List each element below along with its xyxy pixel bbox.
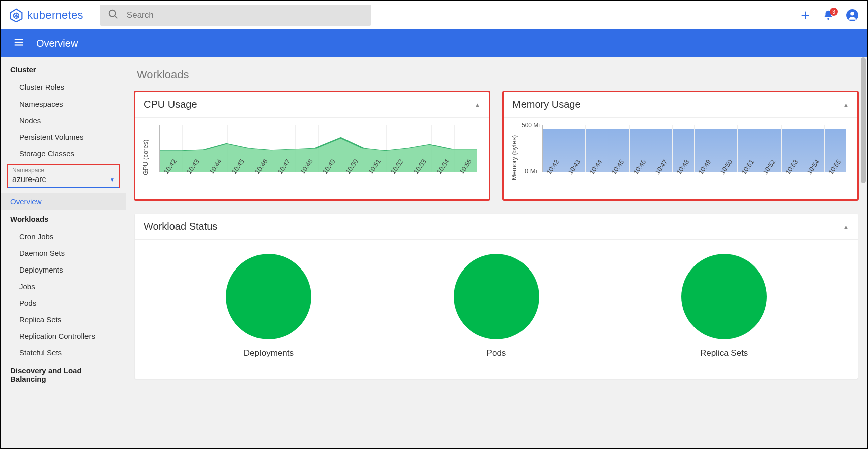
search-box[interactable] (100, 5, 371, 26)
sidebar-item-namespaces[interactable]: Namespaces (1, 96, 126, 112)
sidebar-item-overview[interactable]: Overview (1, 193, 126, 210)
cpu-y-axis-label: CPU (cores) (142, 125, 149, 191)
main-content: Workloads CPU Usage ▲ CPU (cores) 0 (126, 57, 867, 448)
search-input[interactable] (127, 10, 363, 20)
sidebar-item-stateful-sets[interactable]: Stateful Sets (1, 344, 126, 361)
chevron-down-icon: ▼ (110, 177, 115, 183)
search-icon (108, 9, 119, 22)
page-title: Workloads (137, 68, 858, 81)
scrollbar-thumb[interactable] (861, 57, 866, 183)
namespace-selector[interactable]: Namespace azure-arc ▼ (7, 164, 120, 188)
sidebar-item-persistent-volumes[interactable]: Persistent Volumes (1, 129, 126, 145)
status-circle-pods (454, 254, 539, 339)
page-title-bluebar: Overview (36, 38, 78, 49)
sidebar-item-jobs[interactable]: Jobs (1, 278, 126, 295)
sidebar-item-pods[interactable]: Pods (1, 295, 126, 311)
sidebar-heading-discovery[interactable]: Discovery and Load Balancing (1, 361, 126, 388)
status-deployments: Deployments (226, 254, 311, 358)
notification-badge: 3 (830, 8, 838, 16)
create-button[interactable] (800, 10, 811, 21)
status-circle-replica-sets (681, 254, 767, 339)
workload-status-title: Workload Status (144, 221, 217, 232)
sidebar-item-daemon-sets[interactable]: Daemon Sets (1, 245, 126, 261)
memory-y-tick-bottom: 0 Mi (525, 167, 537, 175)
svg-point-12 (827, 18, 829, 20)
status-circle-deployments (226, 254, 311, 339)
collapse-icon[interactable]: ▲ (843, 102, 849, 108)
sidebar-item-cluster-roles[interactable]: Cluster Roles (1, 79, 126, 96)
sidebar-heading-workloads[interactable]: Workloads (1, 210, 126, 228)
menu-toggle-button[interactable] (13, 37, 24, 50)
sidebar-item-storage-classes[interactable]: Storage Classes (1, 145, 126, 162)
workload-status-card: Workload Status ▲ Deployments Pods Repli… (135, 214, 858, 379)
collapse-icon[interactable]: ▲ (843, 224, 849, 230)
svg-line-9 (115, 16, 118, 19)
namespace-selector-value: azure-arc (12, 175, 46, 184)
sidebar-item-replica-sets[interactable]: Replica Sets (1, 311, 126, 328)
namespace-selector-label: Namespace (12, 167, 115, 174)
svg-point-8 (109, 10, 116, 17)
kubernetes-logo-icon (9, 8, 23, 22)
account-button[interactable] (846, 9, 859, 22)
cpu-card-title: CPU Usage (144, 99, 197, 110)
cpu-usage-card: CPU Usage ▲ CPU (cores) 0 (135, 92, 489, 200)
sidebar-item-replication-controllers[interactable]: Replication Controllers (1, 328, 126, 344)
logo[interactable]: kubernetes (9, 8, 83, 22)
sidebar: Cluster Cluster Roles Namespaces Nodes P… (1, 57, 126, 448)
memory-usage-card: Memory Usage ▲ Memory (bytes) 500 Mi 0 M… (503, 92, 858, 200)
memory-y-axis-label: Memory (bytes) (510, 125, 518, 191)
sidebar-item-cron-jobs[interactable]: Cron Jobs (1, 228, 126, 245)
svg-point-14 (850, 12, 854, 16)
collapse-icon[interactable]: ▲ (475, 102, 480, 108)
sidebar-item-deployments[interactable]: Deployments (1, 261, 126, 278)
memory-y-tick-top: 500 Mi (518, 122, 540, 129)
sidebar-heading-cluster[interactable]: Cluster (1, 60, 126, 79)
notifications-button[interactable]: 3 (823, 10, 834, 21)
status-pods: Pods (454, 254, 539, 358)
topbar: kubernetes 3 (1, 1, 867, 29)
memory-card-title: Memory Usage (512, 99, 581, 110)
memory-x-ticks: 10:42 10:43 10:44 10:45 10:46 10:47 10:4… (542, 175, 846, 191)
cpu-x-ticks: 10:42 10:43 10:44 10:45 10:46 10:47 10:4… (159, 175, 477, 191)
sidebar-item-nodes[interactable]: Nodes (1, 112, 126, 129)
logo-text: kubernetes (27, 9, 83, 22)
status-replica-sets: Replica Sets (681, 254, 767, 358)
cpu-y-tick-0: 0 (145, 167, 148, 175)
bluebar: Overview (1, 29, 867, 57)
